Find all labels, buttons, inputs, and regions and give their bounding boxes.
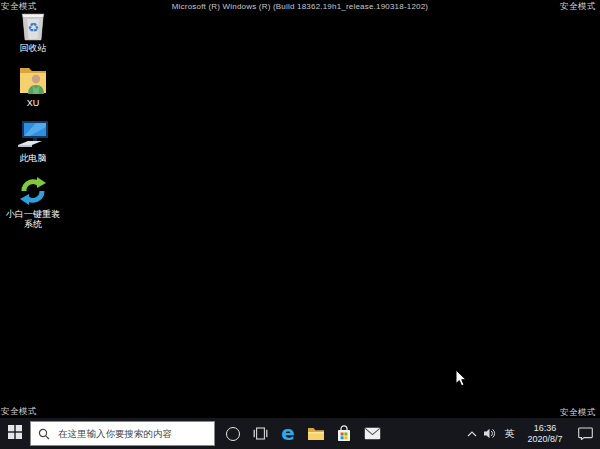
desktop-icon-user-folder-xu[interactable]: XU [2, 60, 64, 108]
edge-browser-button[interactable]: e [274, 418, 302, 449]
desktop-icon-label: 回收站 [20, 43, 47, 53]
desktop-icon-xiaobai-reinstall[interactable]: 小白一键重装系统 [2, 171, 64, 229]
mail-button[interactable] [358, 418, 386, 449]
action-center-icon [578, 427, 593, 440]
safe-mode-label-bottom-left: 安全模式 [1, 406, 37, 416]
file-explorer-icon [307, 426, 325, 441]
safe-mode-label-bottom-right: 安全模式 [560, 407, 596, 417]
cortana-icon [226, 427, 240, 441]
start-button[interactable] [0, 418, 29, 449]
desktop-icon-label: XU [27, 98, 40, 108]
desktop-icon-recycle-bin[interactable]: ♻ 回收站 [2, 5, 64, 53]
svg-text:♻: ♻ [27, 20, 39, 35]
system-tray: 英 16:36 2020/8/7 [463, 418, 600, 449]
mail-icon [364, 427, 381, 440]
tray-clock[interactable]: 16:36 2020/8/7 [520, 418, 570, 449]
mouse-cursor [455, 369, 467, 391]
speaker-icon [483, 428, 496, 439]
safe-mode-label-top-left: 安全模式 [1, 1, 37, 11]
file-explorer-button[interactable] [302, 418, 330, 449]
chevron-up-icon [467, 431, 477, 437]
task-view-icon [253, 427, 268, 440]
task-view-button[interactable] [247, 418, 274, 449]
safe-mode-label-top-right: 安全模式 [560, 1, 596, 11]
microsoft-store-button[interactable] [330, 418, 358, 449]
tray-date: 2020/8/7 [527, 434, 562, 445]
user-folder-icon [18, 60, 48, 96]
xiaobai-reinstall-icon [17, 171, 49, 207]
desktop-icon-label: 小白一键重装系统 [4, 209, 62, 229]
edge-icon: e [281, 423, 295, 443]
desktop-icon-this-pc[interactable]: 此电脑 [2, 115, 64, 163]
taskbar: e [0, 418, 600, 449]
tray-language-indicator[interactable]: 英 [499, 418, 520, 449]
windows-build-watermark: Microsoft (R) Windows (R) (Build 18362.1… [0, 2, 600, 11]
tray-volume-button[interactable] [480, 418, 499, 449]
tray-time: 16:36 [534, 423, 557, 434]
search-input[interactable] [56, 427, 214, 440]
microsoft-store-icon [336, 425, 352, 442]
cortana-button[interactable] [219, 418, 247, 449]
taskbar-search-box[interactable] [30, 421, 215, 446]
search-icon [38, 428, 50, 440]
desktop-icon-label: 此电脑 [20, 153, 47, 163]
windows-logo-icon [8, 425, 22, 443]
this-pc-icon [16, 115, 50, 151]
tray-show-hidden-icons-button[interactable] [463, 418, 480, 449]
action-center-button[interactable] [570, 418, 600, 449]
